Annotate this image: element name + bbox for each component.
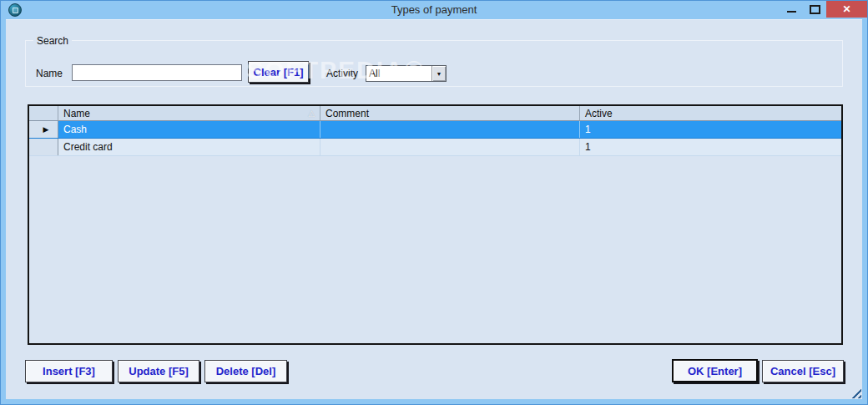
ok-button[interactable]: OK [Enter] (672, 359, 758, 382)
name-label: Name (36, 68, 63, 79)
cancel-button-label: Cancel [Esc] (770, 365, 835, 377)
clear-button[interactable]: Clear [F1] (248, 61, 309, 83)
search-group: Search Name Clear [F1] Activity All ▼ (25, 40, 843, 87)
cell-comment[interactable] (320, 139, 580, 155)
column-header-comment[interactable]: Comment (320, 106, 580, 120)
row-selector-cell[interactable] (29, 139, 58, 155)
current-row-arrow-icon: ▶ (43, 126, 49, 134)
titlebar[interactable]: Types of payment ✕ (1, 1, 867, 19)
cell-name[interactable]: Cash (58, 121, 320, 138)
activity-dropdown[interactable]: All ▼ (366, 65, 447, 82)
close-button[interactable]: ✕ (826, 1, 867, 18)
name-input[interactable] (72, 64, 242, 81)
maximize-icon (810, 5, 820, 14)
update-button[interactable]: Update [F5] (118, 360, 199, 382)
maximize-button[interactable] (804, 1, 826, 18)
update-button-label: Update [F5] (129, 365, 189, 377)
table-row[interactable]: Credit card 1 (29, 139, 841, 156)
cell-active[interactable]: 1 (580, 121, 841, 138)
delete-button[interactable]: Delete [Del] (204, 360, 287, 382)
resize-grip[interactable] (849, 386, 861, 398)
cell-active[interactable]: 1 (580, 139, 841, 155)
cancel-button[interactable]: Cancel [Esc] (762, 360, 844, 382)
row-selector-cell[interactable]: ▶ (29, 121, 58, 138)
grid-header: Name △ Comment Active (29, 106, 841, 121)
insert-button[interactable]: Insert [F3] (25, 360, 113, 382)
minimize-button[interactable] (780, 1, 803, 18)
window: Types of payment ✕ Search Name Clear [F1… (0, 0, 868, 405)
data-grid: Name △ Comment Active ▶ Cash 1 (28, 104, 843, 345)
column-header-active[interactable]: Active (580, 106, 841, 120)
table-row[interactable]: ▶ Cash 1 (29, 121, 841, 139)
dropdown-arrow-icon[interactable]: ▼ (431, 66, 446, 81)
activity-selected-value: All (366, 68, 431, 79)
insert-button-label: Insert [F3] (43, 365, 95, 377)
cell-comment[interactable] (320, 121, 580, 138)
clear-button-label: Clear [F1] (254, 66, 304, 78)
ok-button-label: OK [Enter] (688, 365, 742, 377)
dialog-client-area: Search Name Clear [F1] Activity All ▼ SO… (6, 19, 862, 399)
sort-ascending-icon: △ (308, 109, 315, 118)
close-icon: ✕ (842, 3, 850, 15)
column-header-name[interactable]: Name △ (58, 106, 320, 120)
window-title: Types of payment (1, 1, 867, 19)
delete-button-label: Delete [Del] (216, 365, 276, 377)
minimize-icon (787, 11, 796, 13)
cell-name[interactable]: Credit card (58, 139, 320, 155)
column-header-selector[interactable] (29, 106, 58, 120)
search-group-label: Search (33, 35, 72, 47)
activity-label: Activity (326, 68, 358, 79)
